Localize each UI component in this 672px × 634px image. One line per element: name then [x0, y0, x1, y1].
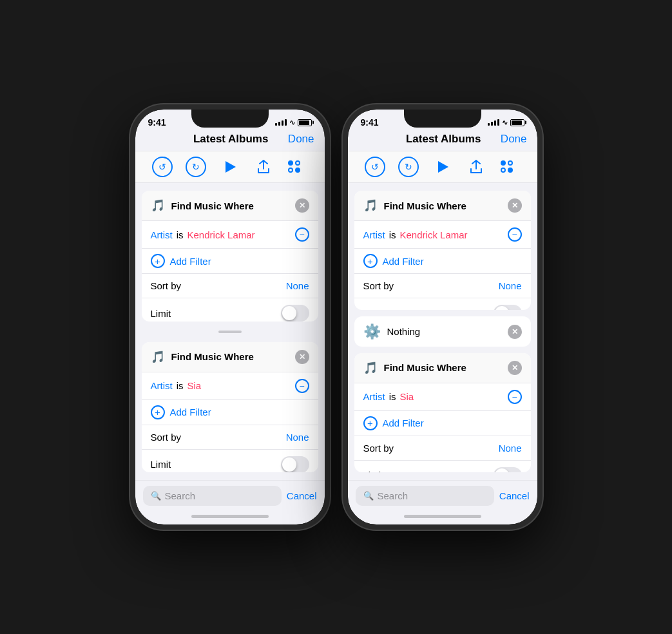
filter-text-1: Artist is Kendrick Lamar: [151, 229, 255, 240]
toolbar-2: ↺ ↻: [348, 151, 537, 183]
bar-p2-3: [494, 120, 496, 126]
limit-toggle-p2-1[interactable]: [494, 305, 522, 310]
phone-1: 9:41 ∿ Latest Albums: [130, 104, 330, 530]
add-filter-label-p2-2[interactable]: Add Filter: [383, 418, 424, 428]
add-filter-icon-p2-2[interactable]: +: [363, 416, 378, 430]
add-filter-label-2[interactable]: Add Filter: [170, 407, 211, 418]
filter-value-p2-1[interactable]: Kendrick Lamar: [400, 229, 468, 240]
filter-artist-1[interactable]: Artist: [151, 229, 173, 240]
sort-by-value-1[interactable]: None: [286, 280, 309, 291]
filter-value-2[interactable]: Sia: [187, 380, 202, 391]
search-placeholder-2: Search: [378, 490, 408, 501]
undo-button-1[interactable]: ↺: [152, 157, 173, 177]
add-filter-row-2: + Add Filter: [142, 400, 318, 425]
limit-label-p2-2: Limit: [363, 470, 384, 472]
search-input-1[interactable]: 🔍 Search: [143, 486, 282, 506]
limit-toggle-p2-2[interactable]: [494, 467, 522, 472]
sort-row-p2-1: Sort by None: [354, 274, 531, 298]
wifi-icon-1: ∿: [289, 119, 295, 127]
notch-1: [191, 110, 269, 128]
limit-toggle-1[interactable]: [281, 305, 309, 322]
vars-button-2[interactable]: [499, 157, 520, 177]
filter-artist-p2-2[interactable]: Artist: [363, 391, 385, 402]
filter-row-p2-1: Artist is Kendrick Lamar −: [354, 221, 531, 249]
add-filter-label-1[interactable]: Add Filter: [170, 256, 211, 267]
var-dot-p2-4: [508, 168, 513, 173]
filter-text-2: Artist is Sia: [151, 380, 202, 391]
undo-button-2[interactable]: ↺: [365, 157, 385, 177]
close-button-1[interactable]: ✕: [295, 198, 309, 213]
sort-by-value-p2-2[interactable]: None: [499, 443, 522, 454]
search-icon-2: 🔍: [363, 491, 374, 501]
toggle-knob-p2-2: [495, 468, 509, 472]
add-filter-icon-p2-1[interactable]: +: [363, 254, 378, 268]
filter-is-p2-2: is: [389, 391, 396, 402]
play-button-1[interactable]: [219, 157, 240, 177]
play-button-2[interactable]: [432, 157, 452, 177]
home-indicator-1: [135, 511, 325, 524]
scroll-area-1[interactable]: 🎵 Find Music Where ✕ Artist is Kendrick …: [135, 183, 325, 480]
close-button-p2-1[interactable]: ✕: [508, 198, 522, 213]
done-button-1[interactable]: Done: [288, 133, 314, 146]
sort-by-label-2: Sort by: [151, 432, 182, 443]
phone-1-inner: 9:41 ∿ Latest Albums: [135, 110, 325, 524]
nav-bar-1: Latest Albums Done: [135, 130, 325, 151]
phone-2: 9:41 ∿ Latest Albums: [343, 104, 542, 530]
find-music-card-p2-1: 🎵 Find Music Where ✕ Artist is Kendrick …: [354, 191, 531, 310]
share-button-2[interactable]: [466, 157, 486, 177]
card-header-1: 🎵 Find Music Where ✕: [142, 191, 318, 221]
redo-button-1[interactable]: ↻: [186, 157, 206, 177]
close-nothing-btn[interactable]: ✕: [508, 325, 522, 339]
var-dot-p2-2: [508, 160, 513, 166]
cancel-button-1[interactable]: Cancel: [287, 490, 317, 501]
filter-artist-p2-1[interactable]: Artist: [363, 229, 385, 240]
redo-button-2[interactable]: ↻: [398, 157, 419, 177]
remove-filter-1[interactable]: −: [295, 227, 309, 242]
sort-by-label-p2-2: Sort by: [363, 443, 394, 454]
search-icon-1: 🔍: [151, 491, 161, 501]
sort-by-value-p2-1[interactable]: None: [499, 280, 522, 291]
remove-filter-p2-2[interactable]: −: [508, 390, 522, 404]
filter-artist-2[interactable]: Artist: [151, 380, 173, 391]
limit-label-2: Limit: [151, 459, 171, 470]
search-placeholder-1: Search: [165, 490, 196, 501]
close-button-p2-2[interactable]: ✕: [508, 361, 522, 375]
limit-label-p2-1: Limit: [363, 308, 384, 311]
search-input-2[interactable]: 🔍 Search: [356, 486, 494, 506]
cancel-button-2[interactable]: Cancel: [499, 490, 530, 501]
var-row-1: [288, 160, 306, 166]
scroll-area-2[interactable]: 🎵 Find Music Where ✕ Artist is Kendrick …: [348, 183, 537, 480]
remove-filter-p2-1[interactable]: −: [508, 227, 522, 242]
done-button-2[interactable]: Done: [501, 133, 527, 146]
sort-by-value-2[interactable]: None: [286, 432, 309, 443]
card-header-p2-2: 🎵 Find Music Where ✕: [354, 353, 531, 383]
add-filter-icon-2[interactable]: +: [151, 405, 165, 419]
filter-value-1[interactable]: Kendrick Lamar: [187, 229, 255, 240]
status-icons-1: ∿: [275, 119, 312, 127]
var-dot-p2-1: [501, 160, 506, 166]
redo-circle-2: ↻: [398, 157, 419, 177]
var-dot-4: [295, 168, 300, 173]
filter-value-p2-2[interactable]: Sia: [400, 391, 414, 402]
music-icon-1: 🎵: [151, 198, 165, 213]
find-music-card-1: 🎵 Find Music Where ✕ Artist is Kendrick …: [142, 191, 318, 322]
music-icon-2: 🎵: [151, 350, 165, 364]
gear-icon: ⚙️: [363, 323, 381, 340]
add-filter-label-p2-1[interactable]: Add Filter: [383, 256, 424, 267]
limit-toggle-2[interactable]: [281, 456, 309, 473]
add-filter-icon-1[interactable]: +: [151, 254, 165, 268]
play-icon-2: [438, 161, 448, 173]
card-title-1: Find Music Where: [171, 200, 289, 211]
add-filter-row-1: + Add Filter: [142, 249, 318, 274]
share-icon-2: [470, 160, 483, 174]
card-header-2: 🎵 Find Music Where ✕: [142, 342, 318, 372]
filter-is-2: is: [177, 380, 184, 391]
remove-filter-2[interactable]: −: [295, 379, 309, 393]
toggle-knob-1: [282, 306, 296, 320]
vars-button-1[interactable]: [287, 157, 307, 177]
music-icon-p2-1: 🎵: [363, 198, 378, 213]
share-button-1[interactable]: [253, 157, 274, 177]
home-bar-1: [191, 515, 269, 518]
close-button-2[interactable]: ✕: [295, 350, 309, 364]
find-music-card-2: 🎵 Find Music Where ✕ Artist is Sia − +: [142, 342, 318, 473]
